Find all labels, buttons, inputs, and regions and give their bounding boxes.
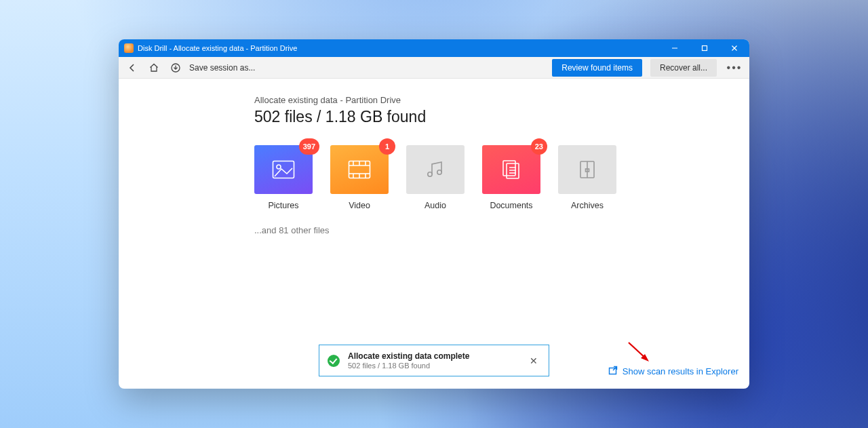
save-session-button[interactable]: [166, 58, 185, 77]
video-label: Video: [330, 201, 389, 210]
show-results-label: Show scan results in Explorer: [623, 366, 738, 376]
svg-line-29: [629, 343, 646, 359]
video-tile: 1: [330, 145, 389, 194]
toast-close-button[interactable]: ✕: [527, 355, 540, 366]
window-controls: [660, 39, 749, 57]
maximize-button[interactable]: [690, 39, 719, 57]
app-icon: [124, 43, 134, 53]
svg-point-7: [277, 165, 281, 169]
content-area: Allocate existing data - Partition Drive…: [119, 79, 749, 389]
arrow-annotation-icon: [626, 340, 653, 364]
window-title: Disk Drill - Allocate existing data - Pa…: [138, 44, 297, 52]
video-badge: 1: [379, 138, 395, 155]
desktop-background: Disk Drill - Allocate existing data - Pa…: [0, 0, 868, 428]
scan-summary-heading: 502 files / 1.18 GB found: [254, 108, 730, 126]
success-check-icon: [328, 355, 340, 367]
toast-title: Allocate existing data complete: [348, 351, 519, 361]
pictures-badge: 397: [299, 138, 319, 155]
category-documents[interactable]: 23 Documents: [482, 145, 540, 210]
back-button[interactable]: [123, 58, 142, 77]
archives-label: Archives: [558, 201, 616, 210]
documents-label: Documents: [482, 201, 540, 210]
app-window: Disk Drill - Allocate existing data - Pa…: [119, 39, 749, 389]
show-results-in-explorer-link[interactable]: Show scan results in Explorer: [608, 365, 738, 378]
audio-label: Audio: [406, 201, 465, 210]
save-session-label[interactable]: Save session as...: [189, 63, 255, 73]
breadcrumb: Allocate existing data - Partition Drive: [254, 95, 730, 105]
recover-all-button[interactable]: Recover all...: [650, 59, 717, 77]
review-found-items-button[interactable]: Review found items: [552, 59, 642, 77]
category-row: 397 Pictures 1 Video: [254, 145, 730, 210]
svg-rect-1: [703, 46, 707, 51]
category-pictures[interactable]: 397 Pictures: [254, 145, 313, 210]
toolbar: Save session as... Review found items Re…: [119, 57, 749, 79]
toast-subtitle: 502 files / 1.18 GB found: [348, 362, 519, 370]
svg-marker-30: [641, 354, 649, 362]
home-button[interactable]: [144, 58, 163, 77]
pictures-tile: 397: [254, 145, 313, 194]
status-toast: Allocate existing data complete 502 file…: [319, 345, 549, 376]
documents-badge: 23: [531, 138, 547, 155]
category-video[interactable]: 1 Video: [330, 145, 389, 210]
category-audio[interactable]: Audio: [406, 145, 465, 210]
close-button[interactable]: [719, 39, 749, 57]
audio-tile: [406, 145, 465, 194]
titlebar[interactable]: Disk Drill - Allocate existing data - Pa…: [119, 39, 749, 57]
minimize-button[interactable]: [660, 39, 690, 57]
more-menu-button[interactable]: •••: [724, 62, 745, 74]
category-archives[interactable]: Archives: [558, 145, 616, 210]
documents-tile: 23: [482, 145, 540, 194]
pictures-label: Pictures: [254, 201, 313, 210]
open-external-icon: [608, 365, 618, 378]
archives-tile: [558, 145, 616, 194]
other-files-text: ...and 81 other files: [254, 225, 730, 235]
